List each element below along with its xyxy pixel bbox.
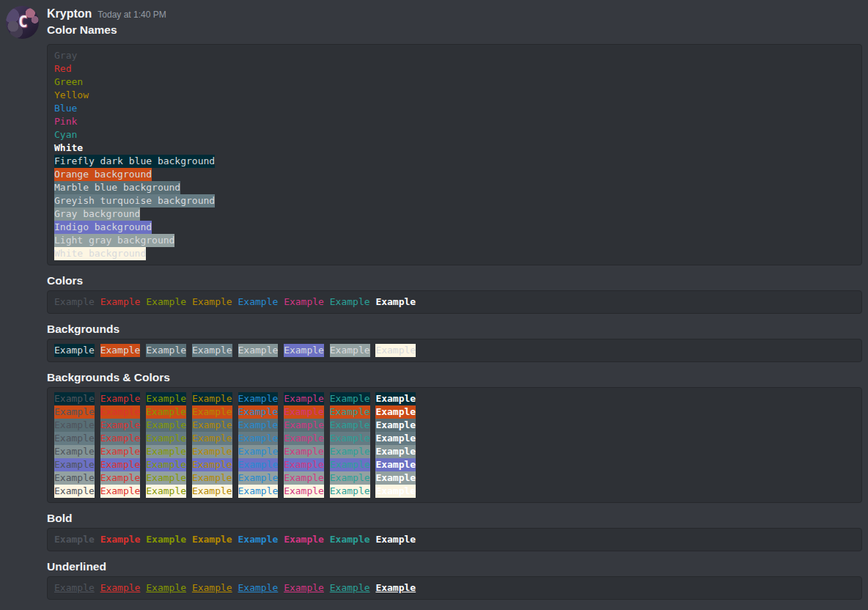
example-bg-indigo-background: Example bbox=[284, 344, 324, 357]
color-name-cyan: Cyan bbox=[54, 129, 77, 140]
example-white-on-light-gray-background: Example bbox=[375, 471, 416, 485]
example-bg-marble-blue-background: Example bbox=[146, 344, 186, 357]
section-title-color-names: Color Names bbox=[47, 22, 862, 38]
example-blue-on-gray-background: Example bbox=[238, 445, 279, 458]
example-bold-yellow: Example bbox=[192, 534, 232, 545]
example-bold-white: Example bbox=[375, 534, 416, 545]
bg-name-gray-background: Gray background bbox=[54, 207, 140, 221]
example-gray-on-orange-background: Example bbox=[54, 405, 95, 419]
example-red-on-indigo-background: Example bbox=[100, 458, 141, 471]
example-white-on-gray-background: Example bbox=[375, 445, 416, 458]
example-gray-on-light-gray-background: Example bbox=[54, 471, 95, 485]
example-underlined-cyan: Example bbox=[330, 582, 370, 593]
example-cyan-on-white-background: Example bbox=[330, 485, 370, 498]
example-cyan-on-indigo-background: Example bbox=[330, 458, 370, 471]
example-pink-on-light-gray-background: Example bbox=[284, 471, 324, 485]
example-underlined-blue: Example bbox=[238, 582, 279, 593]
color-name-green: Green bbox=[54, 76, 83, 87]
example-white-on-orange-background: Example bbox=[375, 405, 416, 419]
example-blue-on-indigo-background: Example bbox=[238, 458, 279, 471]
example-pink-on-white-background: Example bbox=[284, 485, 324, 498]
example-cyan-on-firefly-dark-blue-background: Example bbox=[330, 392, 370, 405]
color-name-pink: Pink bbox=[54, 116, 77, 127]
example-bg-firefly-dark-blue-background: Example bbox=[54, 344, 95, 357]
example-white-on-indigo-background: Example bbox=[375, 458, 416, 471]
example-blue-on-greyish-turquoise-background: Example bbox=[238, 432, 279, 445]
codeblock-backgrounds-and-colors: Example Example Example Example Example … bbox=[47, 387, 862, 503]
section-title-backgrounds-and-colors: Backgrounds & Colors bbox=[47, 370, 862, 386]
codeblock-color-names: Gray Red Green Yellow Blue Pink Cyan Whi… bbox=[47, 44, 862, 265]
example-underlined-yellow: Example bbox=[192, 582, 232, 593]
example-gray-on-firefly-dark-blue-background: Example bbox=[54, 392, 95, 405]
example-fg-yellow: Example bbox=[192, 296, 232, 307]
color-name-yellow: Yellow bbox=[54, 89, 89, 100]
example-bold-blue: Example bbox=[238, 534, 279, 545]
example-blue-on-firefly-dark-blue-background: Example bbox=[238, 392, 279, 405]
color-name-white: White bbox=[54, 142, 83, 153]
example-pink-on-orange-background: Example bbox=[284, 405, 324, 419]
example-gray-on-gray-background: Example bbox=[54, 445, 95, 458]
color-name-gray: Gray bbox=[54, 50, 77, 61]
example-bold-cyan: Example bbox=[330, 534, 370, 545]
codeblock-colors: Example Example Example Example Example … bbox=[47, 290, 862, 314]
example-underlined-pink: Example bbox=[284, 582, 324, 593]
example-bold-green: Example bbox=[146, 534, 186, 545]
example-bold-red: Example bbox=[100, 534, 141, 545]
example-cyan-on-orange-background: Example bbox=[330, 405, 370, 419]
example-pink-on-firefly-dark-blue-background: Example bbox=[284, 392, 324, 405]
bg-name-white-background: White background bbox=[54, 247, 146, 260]
example-red-on-gray-background: Example bbox=[100, 445, 141, 458]
example-red-on-orange-background: Example bbox=[100, 405, 141, 419]
section-title-backgrounds: Backgrounds bbox=[47, 321, 862, 337]
timestamp: Today at 1:40 PM bbox=[98, 7, 166, 23]
example-blue-on-orange-background: Example bbox=[238, 405, 279, 419]
bg-name-orange-background: Orange background bbox=[54, 168, 152, 181]
codeblock-backgrounds: Example Example Example Example Example … bbox=[47, 339, 862, 362]
example-yellow-on-white-background: Example bbox=[192, 485, 232, 498]
bg-name-indigo-background: Indigo background bbox=[54, 221, 152, 234]
example-blue-on-light-gray-background: Example bbox=[238, 471, 279, 485]
example-underlined-red: Example bbox=[100, 582, 141, 593]
example-green-on-marble-blue-background: Example bbox=[146, 419, 186, 432]
example-blue-on-marble-blue-background: Example bbox=[238, 419, 279, 432]
message-header: Krypton Today at 1:40 PM bbox=[47, 6, 862, 22]
chat-message: C Krypton Today at 1:40 PM Color Names G… bbox=[0, 0, 868, 600]
example-yellow-on-light-gray-background: Example bbox=[192, 471, 232, 485]
example-white-on-greyish-turquoise-background: Example bbox=[375, 432, 416, 445]
example-gray-on-indigo-background: Example bbox=[54, 458, 95, 471]
example-fg-red: Example bbox=[100, 296, 141, 307]
example-fg-cyan: Example bbox=[330, 296, 370, 307]
example-bg-light-gray-background: Example bbox=[330, 344, 370, 357]
example-green-on-firefly-dark-blue-background: Example bbox=[146, 392, 186, 405]
avatar-logo-glyph: C bbox=[18, 12, 28, 32]
example-pink-on-gray-background: Example bbox=[284, 445, 324, 458]
example-red-on-white-background: Example bbox=[100, 485, 141, 498]
codeblock-bold: Example Example Example Example Example … bbox=[47, 528, 862, 551]
example-red-on-light-gray-background: Example bbox=[100, 471, 141, 485]
example-white-on-marble-blue-background: Example bbox=[375, 419, 416, 432]
example-yellow-on-orange-background: Example bbox=[192, 405, 232, 419]
example-fg-green: Example bbox=[146, 296, 186, 307]
example-green-on-white-background: Example bbox=[146, 485, 186, 498]
example-yellow-on-gray-background: Example bbox=[192, 445, 232, 458]
example-red-on-firefly-dark-blue-background: Example bbox=[100, 392, 141, 405]
username[interactable]: Krypton bbox=[47, 6, 92, 22]
example-white-on-white-background: Example bbox=[375, 485, 416, 498]
example-pink-on-marble-blue-background: Example bbox=[284, 419, 324, 432]
example-green-on-gray-background: Example bbox=[146, 445, 186, 458]
avatar[interactable]: C bbox=[6, 6, 39, 39]
example-red-on-marble-blue-background: Example bbox=[100, 419, 141, 432]
example-cyan-on-light-gray-background: Example bbox=[330, 471, 370, 485]
example-bg-greyish-turquoise-background: Example bbox=[192, 344, 232, 357]
example-fg-blue: Example bbox=[238, 296, 279, 307]
example-pink-on-indigo-background: Example bbox=[284, 458, 324, 471]
example-underlined-gray: Example bbox=[54, 582, 95, 593]
bg-name-light-gray-background: Light gray background bbox=[54, 234, 174, 247]
example-gray-on-greyish-turquoise-background: Example bbox=[54, 432, 95, 445]
bg-name-firefly-dark-blue-background: Firefly dark blue background bbox=[54, 155, 215, 168]
example-underlined-white: Example bbox=[375, 582, 416, 593]
example-red-on-greyish-turquoise-background: Example bbox=[100, 432, 141, 445]
example-bg-orange-background: Example bbox=[100, 344, 141, 357]
example-yellow-on-greyish-turquoise-background: Example bbox=[192, 432, 232, 445]
example-cyan-on-marble-blue-background: Example bbox=[330, 419, 370, 432]
